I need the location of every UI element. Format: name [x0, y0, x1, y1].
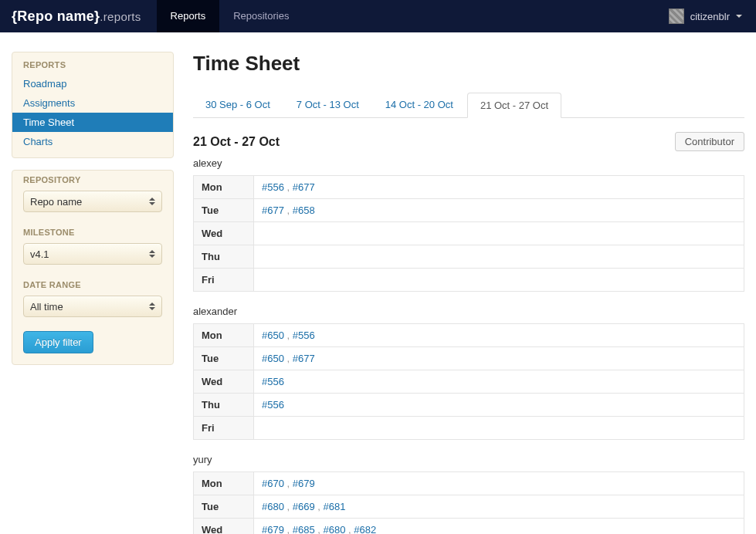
issue-link[interactable]: #650 — [262, 330, 284, 341]
day-cell: Thu — [194, 245, 254, 269]
daterange-value: All time — [30, 301, 149, 313]
top-navbar: {Repo name}.reports ReportsRepositories … — [0, 0, 756, 32]
day-cell: Mon — [194, 324, 254, 347]
reports-nav: RoadmapAssigmentsTime SheetCharts — [12, 74, 173, 157]
daterange-select[interactable]: All time — [23, 296, 162, 317]
sidebar-item-assigments[interactable]: Assigments — [12, 93, 173, 113]
issues-cell: #556 — [254, 370, 744, 394]
tab-week-0[interactable]: 30 Sep - 6 Oct — [193, 93, 283, 117]
issue-link[interactable]: #685 — [293, 524, 315, 534]
contributor-name: yury — [193, 454, 744, 465]
milestone-select[interactable]: v4.1 — [23, 243, 162, 265]
contributor-block: alexanderMon#650 , #556Tue#650 , #677Wed… — [193, 306, 744, 440]
contributor-button[interactable]: Contributor — [675, 132, 744, 151]
brand-suffix: .reports — [100, 10, 141, 23]
select-arrows-icon — [149, 198, 155, 205]
table-row: Wed#679 , #685 , #680 , #682 — [194, 519, 744, 535]
day-cell: Fri — [194, 269, 254, 292]
table-row: Tue#650 , #677 — [194, 347, 744, 370]
issues-cell — [254, 222, 744, 245]
daterange-label: DATE RANGE — [23, 280, 162, 289]
table-row: Tue#677 , #658 — [194, 199, 744, 222]
nav-item-repositories[interactable]: Repositories — [219, 0, 303, 32]
sidebar-item-roadmap[interactable]: Roadmap — [12, 74, 173, 93]
table-row: Fri — [194, 417, 744, 440]
table-row: Mon#670 , #679 — [194, 472, 744, 495]
day-cell: Tue — [194, 199, 254, 222]
range-title: 21 Oct - 27 Oct — [193, 135, 280, 149]
milestone-label: MILESTONE — [23, 228, 162, 237]
user-menu[interactable]: citizenblr — [655, 8, 756, 24]
issues-cell — [254, 269, 744, 292]
timesheet-table: Mon#556 , #677Tue#677 , #658WedThuFri — [193, 175, 744, 292]
nav-item-reports[interactable]: Reports — [157, 0, 220, 32]
table-row: Fri — [194, 269, 744, 292]
nav-items: ReportsRepositories — [157, 0, 303, 32]
issues-cell: #670 , #679 — [254, 472, 744, 495]
main-content: Time Sheet 30 Sep - 6 Oct7 Oct - 13 Oct1… — [193, 52, 744, 534]
apply-filter-button[interactable]: Apply filter — [23, 331, 93, 353]
contributor-name: alexey — [193, 157, 744, 169]
issues-cell: #650 , #677 — [254, 347, 744, 370]
milestone-value: v4.1 — [30, 248, 149, 260]
day-cell: Thu — [194, 394, 254, 417]
issues-cell — [254, 245, 744, 269]
issue-link[interactable]: #670 — [262, 478, 284, 489]
avatar — [669, 8, 684, 24]
issues-cell — [254, 417, 744, 440]
contributor-block: alexeyMon#556 , #677Tue#677 , #658WedThu… — [193, 157, 744, 292]
select-arrows-icon — [149, 302, 155, 310]
issue-link[interactable]: #669 — [293, 501, 315, 512]
issue-link[interactable]: #677 — [293, 353, 315, 364]
day-cell: Mon — [194, 176, 254, 199]
issue-link[interactable]: #677 — [262, 204, 284, 216]
tab-week-2[interactable]: 14 Oct - 20 Oct — [373, 93, 466, 117]
table-row: Mon#556 , #677 — [194, 176, 744, 199]
contributor-block: yuryMon#670 , #679Tue#680 , #669 , #681W… — [193, 454, 744, 534]
sidebar-item-time-sheet[interactable]: Time Sheet — [12, 113, 173, 132]
week-tabs: 30 Sep - 6 Oct7 Oct - 13 Oct14 Oct - 20 … — [193, 93, 744, 118]
issue-link[interactable]: #681 — [324, 501, 346, 512]
day-cell: Wed — [194, 222, 254, 245]
issues-cell: #556 , #677 — [254, 176, 744, 199]
issue-link[interactable]: #679 — [262, 524, 284, 534]
reports-panel: REPORTS RoadmapAssigmentsTime SheetChart… — [12, 52, 174, 158]
table-row: Thu — [194, 245, 744, 269]
day-cell: Wed — [194, 519, 254, 535]
issue-link[interactable]: #556 — [293, 330, 315, 341]
issue-link[interactable]: #680 — [262, 501, 284, 512]
issue-link[interactable]: #682 — [354, 524, 376, 534]
select-arrows-icon — [149, 250, 155, 258]
timesheets-container: alexeyMon#556 , #677Tue#677 , #658WedThu… — [193, 157, 744, 534]
timesheet-table: Mon#650 , #556Tue#650 , #677Wed#556Thu#5… — [193, 323, 744, 440]
contributor-name: alexander — [193, 306, 744, 317]
timesheet-table: Mon#670 , #679Tue#680 , #669 , #681Wed#6… — [193, 471, 744, 534]
issues-cell: #677 , #658 — [254, 199, 744, 222]
issue-link[interactable]: #650 — [262, 353, 284, 364]
tab-week-3[interactable]: 21 Oct - 27 Oct — [467, 93, 561, 118]
day-cell: Mon — [194, 472, 254, 495]
brand[interactable]: {Repo name}.reports — [12, 8, 141, 25]
day-cell: Tue — [194, 495, 254, 519]
issues-cell: #679 , #685 , #680 , #682 — [254, 519, 744, 535]
issues-cell: #650 , #556 — [254, 324, 744, 347]
sidebar: REPORTS RoadmapAssigmentsTime SheetChart… — [12, 52, 174, 534]
issue-link[interactable]: #658 — [293, 204, 315, 216]
issues-cell: #556 — [254, 394, 744, 417]
day-cell: Fri — [194, 417, 254, 440]
issue-link[interactable]: #680 — [324, 524, 346, 534]
reports-panel-title: REPORTS — [12, 52, 173, 74]
issue-link[interactable]: #556 — [262, 376, 284, 387]
tab-week-1[interactable]: 7 Oct - 13 Oct — [284, 93, 371, 117]
issue-link[interactable]: #556 — [262, 399, 284, 411]
repository-value: Repo name — [30, 196, 149, 208]
issue-link[interactable]: #679 — [293, 478, 315, 489]
table-row: Tue#680 , #669 , #681 — [194, 495, 744, 519]
repository-select[interactable]: Repo name — [23, 191, 162, 212]
issue-link[interactable]: #556 — [262, 181, 284, 193]
user-name: citizenblr — [690, 11, 730, 22]
sidebar-item-charts[interactable]: Charts — [12, 132, 173, 151]
day-cell: Wed — [194, 370, 254, 394]
brand-name: {Repo name} — [12, 8, 100, 24]
issue-link[interactable]: #677 — [293, 181, 315, 193]
